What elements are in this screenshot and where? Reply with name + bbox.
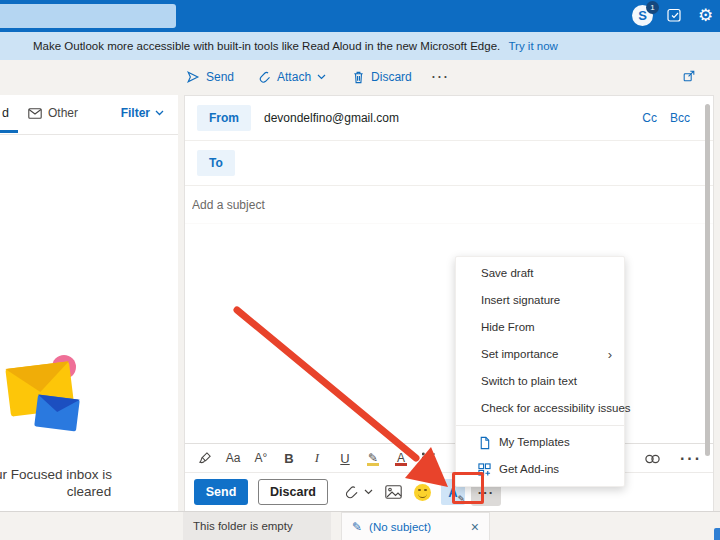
send-label: Send [206, 70, 234, 84]
from-address: devondelfino@gmail.com [264, 111, 399, 125]
cc-button[interactable]: Cc [642, 111, 657, 125]
underline-button[interactable]: U [331, 451, 359, 466]
highlight-button[interactable]: ✎ [359, 451, 387, 466]
menu-separator [456, 425, 624, 426]
illustration-blue-envelope [34, 395, 80, 432]
menu-item-label: Set importance [481, 348, 558, 360]
menu-item-label: My Templates [499, 429, 570, 456]
pencil-icon: ✎ [352, 520, 362, 534]
attach-label: Attach [277, 70, 311, 84]
open-in-new-window-icon[interactable] [682, 69, 696, 83]
subject-input[interactable] [185, 198, 713, 212]
filter-button[interactable]: Filter [121, 106, 164, 120]
menu-item-insert-signature[interactable]: Insert signature [456, 287, 624, 314]
font-size-button[interactable]: A° [247, 451, 275, 465]
envelope-icon [28, 108, 42, 119]
bcc-button[interactable]: Bcc [670, 111, 690, 125]
status-bar: This folder is empty ✎ (No subject) × [0, 511, 720, 540]
menu-item-hide-from[interactable]: Hide From [456, 314, 624, 341]
to-row: To [185, 141, 713, 186]
italic-button[interactable]: I [303, 450, 331, 466]
tab-other[interactable]: Other [28, 106, 78, 120]
highlighter-pen-icon: ✎ [368, 451, 378, 465]
from-button[interactable]: From [197, 105, 251, 131]
tab-other-label: Other [48, 106, 78, 120]
send-toolbar-button[interactable]: Send [186, 70, 234, 84]
empty-inbox-text-line2: cleared [0, 484, 178, 499]
yellow-envelope-flap [5, 361, 72, 396]
smiley-icon [414, 484, 431, 501]
outlook-window: S 1 ⚙ Make Outlook more accessible with … [0, 0, 720, 540]
trash-icon [352, 70, 365, 84]
chevron-down-icon [155, 110, 164, 116]
subject-row [185, 186, 713, 224]
notification-badge: 1 [646, 1, 659, 14]
template-icon [478, 436, 491, 450]
from-row: From devondelfino@gmail.com Cc Bcc [185, 96, 713, 141]
attach-file-button[interactable] [344, 484, 373, 500]
paperclip-icon [344, 484, 358, 500]
menu-item-save-draft[interactable]: Save draft [456, 260, 624, 287]
corner-accent [714, 528, 720, 540]
inbox-tabs: d Other Filter [0, 95, 178, 135]
chevron-down-icon [317, 74, 326, 80]
menu-item-switch-plain-text[interactable]: Switch to plain text [456, 368, 624, 395]
compose-pane: From devondelfino@gmail.com Cc Bcc To Aa… [184, 95, 714, 512]
app-header: S 1 ⚙ [0, 0, 720, 32]
menu-item-set-importance[interactable]: Set importance › [456, 341, 624, 368]
filter-label: Filter [121, 106, 150, 120]
send-icon [186, 70, 200, 84]
paperclip-icon [258, 70, 271, 84]
editor-pen-icon: ✎ [457, 494, 465, 504]
settings-gear-icon[interactable]: ⚙ [698, 4, 713, 28]
message-list-panel: d Other Filter ur Focused inbox [0, 95, 178, 512]
empty-inbox-text-line1: ur Focused inbox is [0, 467, 112, 482]
font-color-button[interactable]: A [387, 451, 415, 466]
submenu-chevron-icon: › [608, 341, 612, 368]
folder-empty-status: This folder is empty [183, 512, 331, 540]
banner-message: Make Outlook more accessible with built-… [33, 40, 500, 52]
active-tab-underline [0, 130, 18, 133]
addins-icon [478, 463, 491, 476]
attach-toolbar-button[interactable]: Attach [258, 70, 326, 84]
compose-toolbar: Send Attach Discard ··· [184, 60, 714, 93]
discard-toolbar-button[interactable]: Discard [352, 70, 412, 84]
chevron-down-icon [364, 489, 373, 495]
discard-label: Discard [371, 70, 412, 84]
edge-promo-banner: Make Outlook more accessible with built-… [0, 32, 720, 60]
font-button[interactable]: Aa [219, 451, 247, 465]
bullet-list-button[interactable] [415, 452, 443, 464]
tab-focused-cutoff[interactable]: d [2, 106, 9, 120]
insert-picture-button[interactable] [385, 485, 402, 499]
bold-button[interactable]: B [275, 451, 303, 466]
close-draft-icon[interactable]: × [471, 519, 479, 535]
discard-button[interactable]: Discard [258, 479, 328, 505]
emoji-button[interactable] [414, 484, 431, 501]
compose-actions-bar: Send Discard A [185, 472, 713, 511]
font-color-letter: A [397, 451, 405, 465]
draft-tab[interactable]: ✎ (No subject) × [341, 512, 490, 540]
compose-scrollbar[interactable] [705, 104, 710, 456]
menu-item-label: Get Add-ins [499, 456, 559, 483]
formatting-toolbar: Aa A° B I U ✎ A [185, 443, 713, 472]
to-button[interactable]: To [197, 150, 235, 176]
menu-item-check-accessibility[interactable]: Check for accessibility issues [456, 395, 624, 422]
toolbar-more-button[interactable]: ··· [432, 70, 450, 84]
insert-link-icon[interactable] [635, 453, 669, 465]
image-icon [385, 485, 402, 499]
search-input[interactable] [0, 4, 176, 28]
notes-icon[interactable] [666, 7, 683, 24]
more-options-menu: Save draft Insert signature Hide From Se… [455, 256, 625, 487]
draft-tab-label: (No subject) [369, 521, 464, 533]
format-painter-icon[interactable] [191, 451, 219, 465]
menu-item-get-addins[interactable]: Get Add-ins [456, 456, 624, 483]
message-body[interactable] [185, 224, 713, 443]
try-it-now-link[interactable]: Try it now [508, 40, 557, 52]
send-button[interactable]: Send [194, 479, 248, 505]
menu-item-my-templates[interactable]: My Templates [456, 429, 624, 456]
